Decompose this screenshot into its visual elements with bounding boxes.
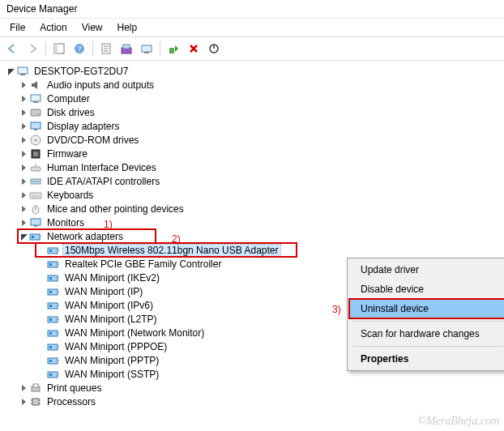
svg-rect-38 [32,236,34,238]
help-button[interactable]: ? [70,40,88,58]
spacer [36,245,47,256]
spacer [36,369,47,380]
svg-rect-25 [33,151,38,156]
svg-rect-44 [49,263,52,266]
expander-icon[interactable] [18,396,29,408]
watermark: ©MeraBheja.com [418,415,499,428]
category-network-adapters[interactable]: Network adapters [18,229,156,243]
ctx-scan-hardware[interactable]: Scan for hardware changes [349,324,504,344]
svg-rect-35 [31,219,41,225]
toolbar: ? [0,37,504,61]
expander-icon[interactable] [18,93,29,105]
expander-icon[interactable] [18,176,29,187]
ctx-disable-device[interactable]: Disable device [349,280,504,299]
menu-file[interactable]: File [3,20,32,35]
menu-view[interactable]: View [75,20,109,35]
expander-icon[interactable] [18,148,29,160]
ctx-update-driver[interactable]: Update driver [349,260,504,280]
tree-item-label: WAN Miniport (IP) [63,286,144,297]
tree-item-label: IDE ATA/ATAPI controllers [45,176,161,187]
svg-rect-17 [33,101,38,103]
svg-rect-71 [33,384,38,387]
expander-icon[interactable] [18,107,29,118]
tree-item-label: WAN Miniport (IPv6) [63,300,155,311]
ctx-uninstall-device[interactable]: Uninstall device [349,299,504,318]
category-item[interactable]: Disk drives [0,105,504,119]
uninstall-button[interactable] [185,40,203,58]
category-item[interactable]: DVD/CD-ROM drives [0,133,504,147]
category-item[interactable]: Display adapters [0,119,504,133]
expander-icon[interactable] [18,217,29,228]
tree-item-label: Print queues [45,382,103,394]
svg-rect-58 [48,331,58,336]
tree-item-label: Audio inputs and outputs [45,79,156,91]
menu-action[interactable]: Action [33,20,73,35]
disable-device-button[interactable] [205,40,223,58]
tree-item-label: Processors [45,396,97,408]
svg-rect-62 [49,346,52,348]
properties-button[interactable] [97,40,115,58]
computer-icon [29,92,42,105]
forward-button[interactable] [23,40,41,58]
svg-rect-53 [49,305,52,307]
svg-rect-65 [49,360,52,362]
device-wireless-adapter[interactable]: 150Mbps Wireless 802.11bgn Nano USB Adap… [36,243,297,257]
expander-icon[interactable] [18,121,29,132]
tree-root[interactable]: DESKTOP-EGT2DU7 [0,64,504,78]
expander-icon[interactable] [18,382,29,394]
svg-rect-36 [34,225,37,227]
expander-icon[interactable] [18,134,29,146]
svg-rect-61 [48,344,58,350]
tree-item-label: DVD/CD-ROM drives [45,134,140,146]
svg-rect-50 [49,291,52,293]
svg-rect-46 [48,275,58,281]
svg-rect-1 [54,44,58,53]
category-item[interactable]: Monitors [0,216,504,229]
window-title: Device Manager [0,0,504,19]
category-item[interactable]: Human Interface Devices [0,160,504,174]
category-item[interactable]: IDE ATA/ATAPI controllers [0,174,504,188]
expander-icon[interactable] [18,190,29,201]
update-driver-button[interactable] [117,40,135,58]
menu-help[interactable]: Help [111,20,144,35]
expander-icon[interactable] [18,162,29,173]
expander-icon[interactable] [5,66,16,77]
svg-rect-20 [31,122,41,129]
svg-rect-9 [123,45,130,49]
category-item[interactable]: Computer [0,92,504,105]
tree-item-label: Realtek PCIe GBE Family Controller [63,258,223,270]
scan-hardware-button[interactable] [138,40,156,58]
tree-item-label: WAN Miniport (Network Monitor) [63,327,206,339]
tree-item-label: WAN Miniport (IKEv2) [63,272,161,284]
dvd-icon [29,134,42,147]
spacer [36,327,47,339]
svg-rect-72 [32,399,39,405]
computer-icon [16,65,29,78]
cpu-icon [29,395,42,408]
category-item[interactable]: Audio inputs and outputs [0,78,504,92]
tree-root-label: DESKTOP-EGT2DU7 [32,66,130,77]
category-item[interactable]: Keyboards [0,188,504,202]
expander-icon[interactable] [18,203,29,215]
svg-rect-67 [48,372,58,378]
tree-item-label: Disk drives [45,107,96,118]
category-item[interactable]: Firmware [0,147,504,160]
show-hide-console-tree-button[interactable] [50,40,68,58]
context-menu: Update driver Disable device Uninstall d… [347,258,504,371]
svg-rect-16 [31,95,41,101]
expander-icon[interactable] [18,231,29,242]
annotation-2: 2) [172,233,181,245]
audio-icon [29,79,42,92]
ctx-properties[interactable]: Properties [349,349,504,369]
svg-rect-43 [48,262,58,267]
enable-device-button[interactable] [164,40,182,58]
category-item[interactable]: Mice and other pointing devices [0,202,504,216]
network-adapter-icon [29,230,42,243]
expander-icon[interactable] [18,79,29,91]
tree-item-label: Monitors [45,217,86,228]
back-button[interactable] [3,40,21,58]
category-item[interactable]: Processors [0,395,504,408]
device-tree[interactable]: DESKTOP-EGT2DU7 Audio inputs and outputs… [0,61,504,412]
ctx-separator [352,321,503,322]
category-item[interactable]: Print queues [0,381,504,395]
